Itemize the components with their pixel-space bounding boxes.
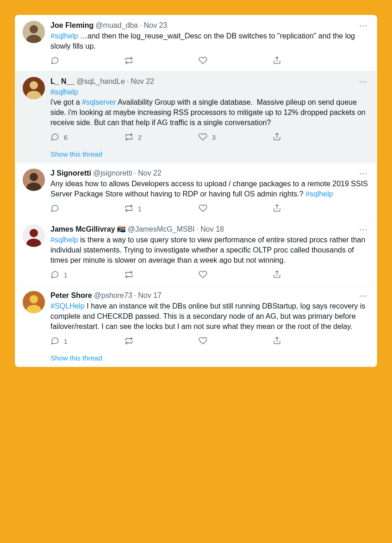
separator-dot: ·	[197, 225, 199, 234]
author-handle[interactable]: @jsignoretti	[93, 169, 132, 178]
like-icon	[199, 133, 207, 143]
author-name[interactable]: J Signoretti	[50, 169, 91, 178]
like-button[interactable]	[199, 336, 217, 347]
reply-icon	[50, 336, 59, 347]
avatar[interactable]	[23, 77, 45, 99]
text-segment: I have an instance wit the DBs online bu…	[50, 302, 367, 330]
svg-point-10	[30, 229, 38, 237]
separator-dot: ·	[134, 291, 136, 300]
more-icon[interactable]: ···	[357, 169, 369, 178]
tweet-actions: 1	[50, 336, 291, 347]
tweet-text: #sqlhelp …and then the log_reuse_wait_De…	[50, 31, 369, 51]
like-button[interactable]	[199, 204, 217, 214]
tweet[interactable]: L_ N__@sqL_handLe·Nov 22···#sqlhelp i've…	[15, 71, 377, 163]
tweet-text: Any ideas how to allows Developers acces…	[50, 179, 369, 199]
retweet-icon	[124, 133, 133, 143]
share-button[interactable]	[273, 133, 291, 143]
retweet-icon	[124, 56, 133, 66]
avatar[interactable]	[23, 169, 45, 191]
reply-icon	[50, 133, 59, 143]
text-segment: is there a way to use query store to vie…	[50, 236, 367, 264]
like-icon	[199, 204, 207, 214]
svg-point-1	[30, 25, 38, 33]
hashtag[interactable]: #sqlhelp	[50, 236, 78, 244]
like-icon	[199, 336, 207, 347]
more-icon[interactable]: ···	[357, 21, 369, 30]
tweet[interactable]: J Signoretti@jsignoretti·Nov 22···Any id…	[15, 163, 377, 219]
share-icon	[273, 56, 281, 66]
hashtag[interactable]: #sqlhelp	[50, 88, 78, 96]
more-icon[interactable]: ···	[357, 77, 369, 86]
author-name[interactable]: Joe Fleming	[50, 21, 93, 30]
reply-icon	[50, 56, 59, 66]
reply-button[interactable]	[50, 56, 69, 66]
share-icon	[273, 336, 281, 347]
show-thread-link[interactable]: Show this thread	[50, 354, 369, 362]
reply-button[interactable]	[50, 204, 69, 214]
tweet-actions: 623	[50, 133, 291, 143]
hashtag[interactable]: #sqlserver	[82, 98, 116, 106]
retweet-button[interactable]: 2	[124, 133, 143, 143]
author-name[interactable]: L_ N__	[50, 77, 75, 86]
reply-icon	[50, 270, 59, 280]
share-button[interactable]	[273, 56, 291, 66]
avatar[interactable]	[23, 21, 45, 43]
reply-button[interactable]: 1	[50, 270, 69, 280]
count: 1	[64, 272, 68, 279]
reply-button[interactable]: 1	[50, 336, 69, 347]
tweet-date[interactable]: Nov 17	[138, 291, 162, 300]
count: 3	[212, 134, 216, 141]
svg-point-4	[30, 81, 38, 89]
tweet-actions: 1	[50, 204, 291, 214]
avatar[interactable]	[23, 291, 45, 313]
share-button[interactable]	[273, 270, 291, 280]
share-icon	[273, 133, 281, 143]
retweet-icon	[124, 336, 133, 347]
author-handle[interactable]: @JamesMcG_MSBI	[128, 225, 195, 234]
tweet-actions: 1	[50, 270, 291, 280]
share-button[interactable]	[273, 336, 291, 347]
author-handle[interactable]: @pshore73	[94, 291, 132, 300]
hashtag[interactable]: #SQLHelp	[50, 302, 85, 310]
retweet-icon	[124, 270, 133, 280]
reply-button[interactable]: 6	[50, 133, 69, 143]
retweet-button[interactable]: 1	[124, 204, 143, 214]
like-icon	[199, 270, 207, 280]
retweet-button[interactable]	[124, 336, 143, 347]
flag-emoji: 🇿🇦	[117, 225, 126, 234]
hashtag[interactable]: #sqlhelp	[50, 32, 78, 40]
like-button[interactable]	[199, 56, 217, 66]
tweet-date[interactable]: Nov 23	[144, 21, 168, 30]
author-name[interactable]: James McGillivray	[50, 225, 115, 234]
more-icon[interactable]: ···	[357, 225, 369, 234]
share-icon	[273, 204, 281, 214]
tweet-feed: Joe Fleming@muad_dba·Nov 23···#sqlhelp ……	[15, 15, 377, 367]
author-name[interactable]: Peter Shore	[50, 291, 92, 300]
show-thread-link[interactable]: Show this thread	[50, 150, 369, 158]
author-handle[interactable]: @muad_dba	[95, 21, 138, 30]
tweet-text: #sqlhelp i've got a #sqlserver Availabil…	[50, 87, 369, 128]
svg-point-7	[30, 173, 38, 181]
count: 1	[138, 205, 142, 213]
retweet-icon	[124, 204, 133, 214]
tweet-date[interactable]: Nov 22	[131, 77, 154, 86]
like-button[interactable]	[199, 270, 217, 280]
retweet-button[interactable]	[124, 270, 143, 280]
like-icon	[199, 56, 207, 66]
share-button[interactable]	[273, 204, 291, 214]
tweet-text: #sqlhelp is there a way to use query sto…	[50, 235, 369, 265]
tweet-date[interactable]: Nov 18	[200, 225, 224, 234]
like-button[interactable]: 3	[199, 133, 217, 143]
tweet[interactable]: James McGillivray🇿🇦@JamesMcG_MSBI·Nov 18…	[15, 219, 377, 285]
tweet-date[interactable]: Nov 22	[138, 169, 162, 178]
tweet[interactable]: Joe Fleming@muad_dba·Nov 23···#sqlhelp ……	[15, 15, 377, 71]
author-handle[interactable]: @sqL_handLe	[76, 77, 124, 86]
avatar[interactable]	[23, 225, 45, 247]
separator-dot: ·	[140, 21, 142, 30]
retweet-button[interactable]	[124, 56, 143, 66]
more-icon[interactable]: ···	[357, 291, 369, 300]
hashtag[interactable]: #sqlhelp	[305, 190, 333, 198]
text-segment: i've got a	[50, 98, 82, 106]
tweet[interactable]: Peter Shore@pshore73·Nov 17···#SQLHelp I…	[15, 285, 377, 366]
svg-point-13	[30, 295, 38, 303]
